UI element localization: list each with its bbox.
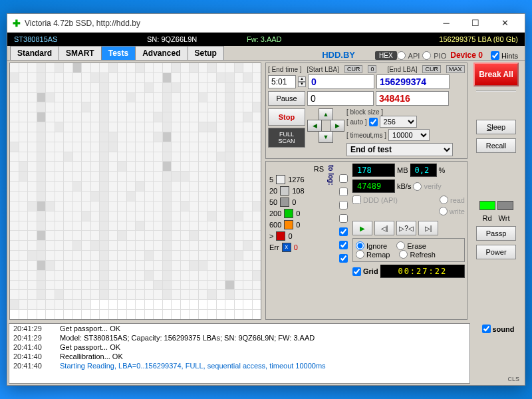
logerr-check[interactable] — [339, 254, 348, 263]
timeout-select[interactable]: 10000 — [388, 129, 430, 141]
count-5: 1276 — [288, 176, 304, 184]
endtest-select[interactable]: End of test — [346, 143, 453, 156]
hex-badge[interactable]: HEX — [375, 51, 397, 60]
erase-radio[interactable] — [396, 241, 405, 250]
endtime-input[interactable] — [268, 75, 296, 88]
cur-button-2[interactable]: CUR — [422, 65, 441, 73]
count-600: 0 — [296, 221, 300, 229]
count-err: 0 — [294, 243, 298, 251]
endtime-label: [ End time ] — [268, 66, 302, 73]
tolog-label: to log: — [327, 165, 334, 186]
dpad-down-icon: ▼ — [319, 131, 333, 143]
mb-value: 178 — [352, 164, 395, 177]
grid-check[interactable] — [352, 267, 361, 276]
remap-radio[interactable] — [356, 250, 364, 259]
window-title: Victoria 4.72b SSD, http://hdd.by — [25, 19, 432, 28]
log50-check[interactable] — [339, 201, 348, 209]
play-button[interactable]: ▶ — [352, 221, 372, 235]
kbs-value: 47489 — [352, 180, 395, 193]
stop-button[interactable]: Stop — [268, 108, 305, 126]
tab-smart[interactable]: SMART — [59, 46, 102, 60]
wrt-led — [497, 201, 513, 210]
log200-check[interactable] — [339, 214, 348, 223]
hddby-link[interactable]: HDD.BY — [302, 50, 375, 60]
cur-button-1[interactable]: CUR — [344, 65, 363, 73]
count-gt: 0 — [288, 232, 292, 240]
device-label[interactable]: Device 0 — [446, 51, 487, 60]
prev-button[interactable]: ◁| — [374, 221, 394, 235]
write-radio[interactable] — [439, 207, 448, 215]
maximize-button[interactable]: ☐ — [461, 15, 490, 32]
power-button[interactable]: Power — [476, 245, 516, 259]
log-panel[interactable]: 20:41:29Get passport... OK20:41:29Model:… — [9, 323, 470, 384]
close-button[interactable]: ✕ — [490, 15, 519, 32]
passp-button[interactable]: Passp — [476, 226, 516, 241]
sound-check[interactable] — [482, 325, 491, 333]
log600-check[interactable] — [339, 227, 348, 236]
log5-check[interactable] — [339, 174, 348, 183]
elapsed-timer: 00:27:22 — [380, 265, 465, 278]
drive-info-bar: ST380815AS SN: 9QZ66L9N Fw: 3.AAD 156299… — [7, 33, 525, 46]
loggt-check[interactable] — [339, 241, 348, 249]
auto-check[interactable] — [369, 118, 378, 126]
app-window: ✚ Victoria 4.72b SSD, http://hdd.by ─ ☐ … — [7, 13, 525, 386]
minimize-button[interactable]: ─ — [432, 15, 461, 32]
step-button[interactable]: ▷?◁ — [396, 221, 416, 235]
tab-tests[interactable]: Tests — [101, 46, 136, 60]
verify-radio[interactable] — [413, 182, 422, 191]
hints-check[interactable]: Hints — [487, 51, 522, 60]
endtime-spinner[interactable]: ▲▼ — [298, 76, 306, 87]
drive-model: ST380815AS — [14, 35, 147, 43]
current-lba — [376, 91, 449, 106]
count-50: 0 — [292, 198, 296, 206]
pause-button[interactable]: Pause — [268, 91, 305, 106]
drive-lba: 156299375 LBA (80 Gb) — [327, 35, 518, 43]
rd-led — [479, 201, 495, 210]
count-200: 0 — [296, 209, 300, 217]
sleep-button[interactable]: Sleep — [476, 120, 516, 134]
titlebar: ✚ Victoria 4.72b SSD, http://hdd.by ─ ☐ … — [7, 14, 525, 33]
scan-map — [9, 63, 261, 320]
ignore-radio[interactable] — [356, 241, 364, 250]
tab-setup[interactable]: Setup — [188, 46, 224, 60]
refresh-radio[interactable] — [399, 250, 408, 259]
tab-standard[interactable]: Standard — [10, 46, 59, 60]
tab-bar: Standard SMART Tests Advanced Setup HDD.… — [7, 46, 525, 61]
pct-value: 0,2 — [410, 164, 437, 177]
endlba-input[interactable] — [376, 74, 450, 89]
fullscan-button[interactable]: FULL SCAN — [268, 128, 305, 148]
dpad-up-icon: ▲ — [319, 108, 333, 120]
max-button[interactable]: MAX — [446, 65, 465, 73]
ddd-check[interactable] — [352, 196, 361, 204]
log20-check[interactable] — [339, 188, 348, 196]
breakall-button[interactable]: Break All — [473, 63, 519, 86]
dpad-left-icon: ◀ — [307, 120, 322, 132]
count-20: 108 — [292, 187, 304, 195]
recall-button[interactable]: Recall — [476, 138, 516, 153]
drive-sn: SN: 9QZ66L9N — [147, 35, 247, 43]
endlba-label: [End LBA] — [387, 66, 417, 73]
zero-button[interactable]: 0 — [368, 65, 376, 73]
start2-input[interactable] — [307, 91, 374, 106]
tab-advanced[interactable]: Advanced — [135, 46, 188, 60]
cls-button[interactable]: CLS — [507, 376, 522, 382]
api-radio[interactable] — [397, 51, 406, 60]
startlba-input[interactable] — [308, 74, 374, 89]
drive-fw: Fw: 3.AAD — [247, 35, 327, 43]
nav-dpad[interactable]: ▲ ▼ ◀ ▶ — [307, 108, 344, 143]
app-icon: ✚ — [13, 18, 21, 29]
dpad-right-icon: ▶ — [330, 120, 344, 132]
startlba-label: [Start LBA] — [307, 66, 339, 73]
read-radio[interactable] — [440, 196, 448, 204]
blocksize-select[interactable]: 256 — [380, 116, 417, 128]
pio-radio[interactable] — [422, 51, 431, 60]
next-button[interactable]: ▷| — [418, 221, 438, 235]
